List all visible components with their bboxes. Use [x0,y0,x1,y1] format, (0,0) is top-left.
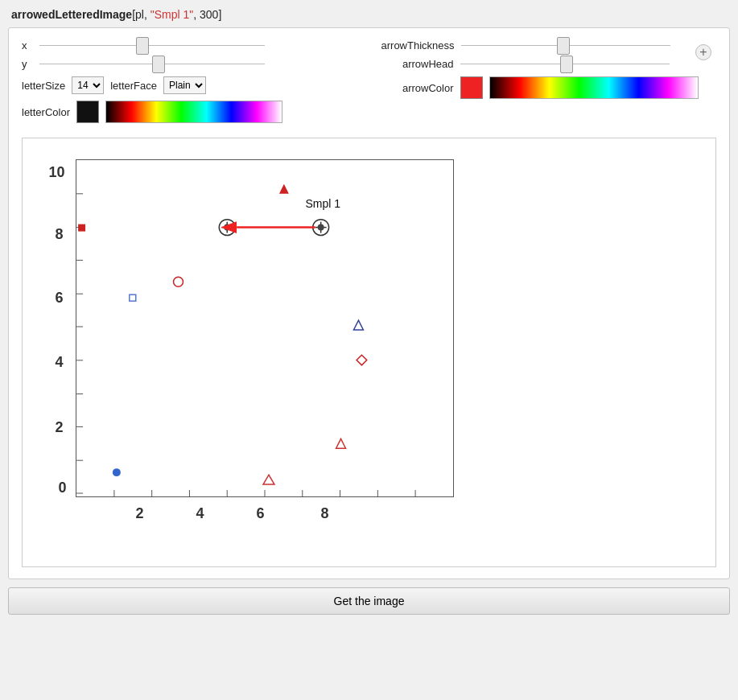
x-slider-thumb[interactable] [136,37,149,55]
chart-svg [76,160,453,496]
letter-color-line: letterColor [22,101,357,123]
letter-size-select[interactable]: 14 [72,76,104,94]
crosshair-left-dot [224,224,230,231]
controls-row: x y letterSize 14 letter [22,39,716,130]
crosshair-right-dot [317,224,324,231]
function-name: arrowedLetteredImage [11,8,132,21]
x-axis-label-2: 2 [136,505,144,522]
x-axis-label-6: 6 [257,505,265,522]
letter-face-label: letterFace [110,80,157,92]
x-slider[interactable] [39,40,265,51]
arrow-thickness-label: arrowThickness [381,39,455,51]
get-image-button[interactable]: Get the image [8,587,730,615]
letter-size-label: letterSize [22,80,65,92]
letter-face-select[interactable]: Plain Bold Italic [163,76,206,94]
y-slider[interactable] [39,59,265,70]
arrow-thickness-slider-thumb[interactable] [557,37,570,55]
y-slider-thumb[interactable] [152,56,165,73]
arrow-head-slider-thumb[interactable] [560,56,573,73]
arrow-color-line: arrowColor [381,76,717,99]
data-point-red-triangle-up [278,184,288,194]
arrow-thickness-slider[interactable] [461,40,670,51]
arrow-color-gradient[interactable] [489,76,699,99]
main-panel: + x y letterSize [8,27,730,579]
title-bar: arrowedLetteredImage[pl, "Smpl 1", 300] [0,0,738,27]
chart-box: Smpl 1 [76,159,454,497]
smpl-label: Smpl 1 [306,197,341,210]
x-axis-label-8: 8 [321,505,329,522]
x-control-line: x [22,39,357,51]
string-argument: "Smpl 1" [150,8,194,21]
data-point-blue-circle [112,468,120,476]
add-button[interactable]: + [695,44,711,60]
data-point-red-square-left [78,224,85,232]
y-axis-label-4: 4 [56,354,64,371]
data-point-crosshair-right [312,220,328,236]
y-axis-label-2: 2 [56,419,64,436]
letter-size-face-line: letterSize 14 letterFace Plain Bold Ital… [22,76,357,94]
left-controls: x y letterSize 14 letter [22,39,357,130]
function-args: [pl, "Smpl 1", 300] [132,8,221,21]
y-axis-label-6: 6 [56,290,64,307]
plot-container: 10 8 6 4 2 0 2 4 6 8 [22,138,716,567]
x-label: x [22,39,33,51]
arrow-color-swatch[interactable] [460,76,483,99]
plot-area: 10 8 6 4 2 0 2 4 6 8 [39,151,699,554]
arrow-color-label: arrowColor [381,82,454,94]
data-point-red-circle [173,277,183,286]
arrow-head-line: arrowHead [381,58,717,70]
right-controls: arrowThickness arrowHead arrowColor [381,39,717,130]
letter-color-swatch[interactable] [76,101,99,123]
arrow-thickness-line: arrowThickness [381,39,717,51]
x-slider-line [39,45,265,46]
letter-color-label: letterColor [22,106,70,118]
letter-color-gradient[interactable] [105,101,282,123]
arrow-head-label: arrowHead [381,58,454,70]
y-control-line: y [22,58,357,70]
y-axis-label-0: 0 [59,480,67,496]
data-point-red-inv-triangle2 [263,475,274,484]
data-point-red-diamond [357,355,367,365]
data-point-crosshair-left [219,220,235,236]
x-axis-label-4: 4 [196,505,204,522]
data-point-red-triangle-up2 [336,439,345,448]
y-label: y [22,58,33,70]
data-point-blue-inverted-triangle [353,320,363,330]
data-point-blue-square [129,294,135,301]
y-axis-label-10: 10 [49,164,65,181]
arrow-head-slider[interactable] [460,59,670,70]
y-axis-label-8: 8 [56,226,64,243]
